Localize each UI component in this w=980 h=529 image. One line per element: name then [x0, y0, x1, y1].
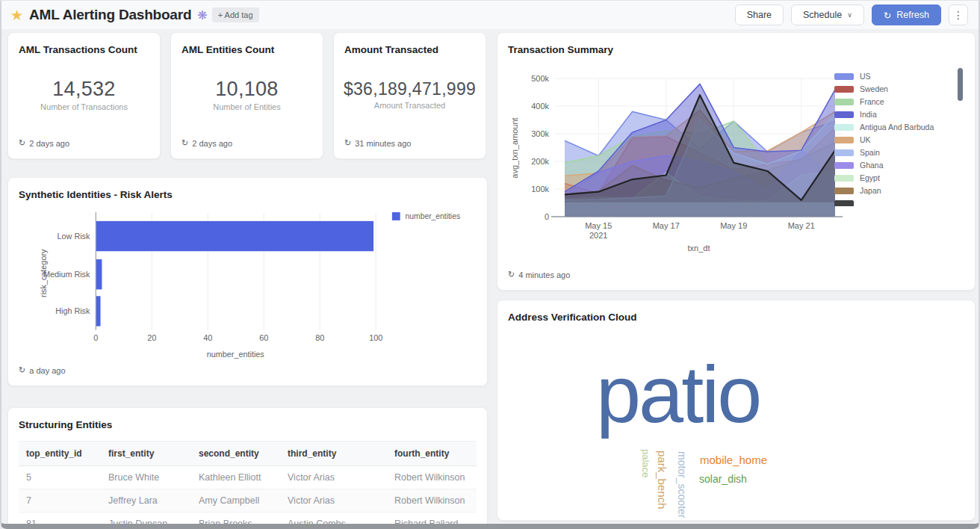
legend-swatch — [834, 188, 854, 194]
updated-text: 2 days ago — [29, 139, 69, 148]
transaction-summary-card: Transaction Summary 0100k200k300k400k500… — [497, 32, 976, 291]
cloud-title: Address Verification Cloud — [508, 311, 964, 324]
legend-label: Spain — [860, 148, 880, 157]
column-header-third_entity[interactable]: third_entity — [280, 441, 387, 465]
legend-item-us[interactable]: US — [834, 70, 937, 83]
refresh-icon: ↻ — [19, 138, 25, 148]
column-header-top_entity_id[interactable]: top_entity_id — [19, 441, 101, 465]
kpi-value: 14,532 — [52, 78, 115, 101]
cloud-word-mobile_home[interactable]: mobile_home — [700, 454, 767, 465]
legend-swatch — [834, 86, 854, 93]
top-bar: ★ AML Alerting Dashboard ❋ + Add tag Sha… — [1, 1, 979, 29]
schedule-label: Schedule — [803, 10, 842, 20]
svg-text:40: 40 — [203, 333, 212, 342]
chart-legend: USSwedenFranceIndiaAntigua And BarbudaUK… — [834, 70, 937, 206]
legend-label: France — [860, 97, 884, 106]
transaction-chart-area: 0100k200k300k400k500kMay 152021May 17May… — [508, 58, 964, 268]
table-cell: Robert Wilkinson — [387, 465, 477, 489]
table-cell: 5 — [19, 465, 101, 489]
legend-item-truncated[interactable] — [834, 197, 937, 206]
risk-bar-chart[interactable]: 020406080100Low RiskMedium RiskHigh Risk… — [19, 206, 478, 362]
cloud-word-solar_dish[interactable]: solar_dish — [699, 474, 747, 484]
svg-text:20: 20 — [147, 333, 156, 342]
share-label: Share — [747, 10, 772, 20]
kpi-card-entities-count: AML Entities Count 10,108 Number of Enti… — [170, 32, 323, 159]
column-header-second_entity[interactable]: second_entity — [191, 441, 280, 465]
legend-scrollbar-thumb[interactable] — [958, 68, 963, 101]
table-cell: Richard Ballard — [387, 512, 477, 529]
add-tag-button[interactable]: + Add tag — [212, 7, 259, 22]
legend-item-india[interactable]: India — [834, 108, 937, 121]
transaction-area-chart[interactable]: 0100k200k300k400k500kMay 152021May 17May… — [508, 58, 859, 254]
legend-label: US — [860, 72, 871, 81]
kpi-subtitle: Number of Transactions — [40, 102, 128, 111]
table-cell: Kathleen Elliott — [191, 465, 280, 489]
bar-low-risk — [96, 220, 373, 250]
table-row: 81Justin DuncanBrian BrooksAustin CombsR… — [19, 512, 477, 529]
legend-item-antigua-and-barbuda[interactable]: Antigua And Barbuda — [834, 121, 937, 134]
table-row: 5Bruce WhiteKathleen ElliottVictor Arias… — [19, 465, 477, 489]
svg-text:number_entities: number_entities — [406, 212, 461, 220]
svg-text:High Risk: High Risk — [55, 306, 90, 315]
legend-item-sweden[interactable]: Sweden — [834, 83, 937, 96]
legend-swatch — [834, 137, 854, 143]
svg-text:80: 80 — [315, 333, 324, 342]
table-cell: Jeffrey Lara — [101, 489, 191, 512]
table-title: Structuring Entities — [19, 418, 477, 432]
svg-text:60: 60 — [259, 333, 268, 342]
kpi-updated: ↻ 2 days ago — [182, 138, 312, 148]
table-cell: Amy Campbell — [191, 489, 280, 512]
legend-item-uk[interactable]: UK — [834, 134, 937, 146]
address-verification-cloud-card: Address Verification Cloud patiopalacepa… — [497, 300, 976, 521]
table-cell: 81 — [19, 512, 101, 529]
legend-item-egypt[interactable]: Egypt — [834, 172, 937, 185]
risk-updated: ↻ a day ago — [19, 365, 477, 375]
table-cell: Victor Arias — [280, 465, 387, 489]
legend-label: UK — [860, 135, 871, 144]
page-title: AML Alerting Dashboard — [29, 7, 191, 23]
refresh-icon: ↻ — [884, 10, 891, 21]
transaction-chart-title: Transaction Summary — [508, 43, 964, 57]
svg-text:avg_txn_amount: avg_txn_amount — [510, 117, 519, 178]
cloud-word-park_bench[interactable]: park_bench — [657, 451, 668, 509]
legend-item-ghana[interactable]: Ghana — [834, 159, 937, 172]
cloud-word-patio[interactable]: patio — [596, 354, 760, 435]
risk-chart-title: Synthetic Identities - Risk Alerts — [19, 188, 477, 202]
table-cell: 7 — [19, 489, 101, 512]
legend-label: Ghana — [860, 161, 884, 170]
svg-text:400k: 400k — [531, 101, 549, 110]
favorite-star-icon[interactable]: ★ — [10, 7, 23, 24]
kpi-subtitle: Number of Entities — [213, 102, 280, 111]
legend-swatch — [834, 111, 854, 118]
refresh-icon: ↻ — [344, 138, 351, 148]
svg-text:200k: 200k — [531, 156, 549, 165]
refresh-icon: ↻ — [19, 365, 25, 375]
kpi-updated: ↻ 31 minutes ago — [344, 138, 475, 148]
legend-swatch — [834, 99, 854, 105]
svg-text:risk_category: risk_category — [39, 249, 48, 297]
column-header-fourth_entity[interactable]: fourth_entity — [387, 441, 477, 465]
column-header-first_entity[interactable]: first_entity — [101, 441, 191, 465]
flower-emoji-icon: ❋ — [197, 8, 207, 22]
svg-text:May 19: May 19 — [720, 221, 747, 230]
dashboard-app: ★ AML Alerting Dashboard ❋ + Add tag Sha… — [0, 0, 980, 529]
table-cell: Brian Brooks — [191, 512, 280, 529]
refresh-label: Refresh — [896, 10, 929, 20]
more-options-button[interactable]: ⋮ — [949, 4, 968, 25]
word-cloud[interactable]: patiopalacepark_benchmotor_scootermobile… — [508, 327, 964, 519]
kpi-card-amount-transacted: Amount Transacted $36,189,471,999 Amount… — [333, 32, 486, 159]
kpi-updated: ↻ 2 days ago — [19, 138, 149, 148]
cloud-word-motor_scooter[interactable]: motor_scooter — [677, 451, 687, 518]
table-cell: Victor Arias — [280, 489, 387, 512]
legend-item-spain[interactable]: Spain — [834, 146, 937, 159]
structuring-entities-card: Structuring Entities top_entity_idfirst_… — [7, 407, 488, 529]
share-button[interactable]: Share — [735, 4, 784, 25]
legend-label: Egypt — [860, 173, 880, 182]
schedule-button[interactable]: Schedule ∨ — [791, 4, 864, 25]
legend-swatch — [834, 175, 854, 182]
cloud-word-palace[interactable]: palace — [641, 449, 651, 477]
legend-item-france[interactable]: France — [834, 96, 937, 108]
refresh-button[interactable]: ↻ Refresh — [872, 4, 941, 25]
legend-item-japan[interactable]: Japan — [834, 185, 937, 197]
svg-text:100k: 100k — [531, 184, 549, 193]
